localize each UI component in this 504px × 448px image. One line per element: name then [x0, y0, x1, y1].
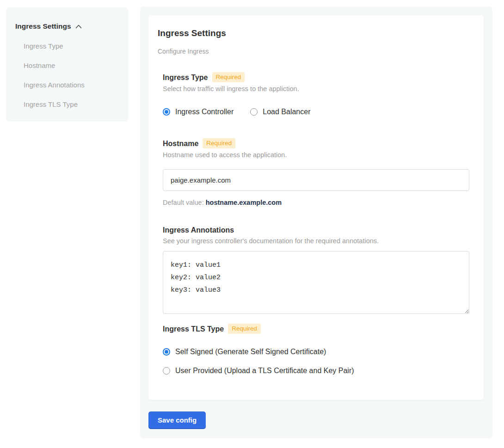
required-badge: Required — [228, 324, 261, 334]
sidebar-group-ingress-settings[interactable]: Ingress Settings — [15, 22, 119, 31]
field-ingress-type: Ingress Type Required Select how traffic… — [163, 72, 469, 116]
sidebar-item-ingress-annotations[interactable]: Ingress Annotations — [15, 81, 119, 89]
radio-label: Ingress Controller — [175, 108, 234, 116]
field-help-ingress-type: Select how traffic will ingress to the a… — [163, 85, 469, 93]
field-ingress-annotations: Ingress Annotations See your ingress con… — [163, 226, 469, 314]
radio-option-load-balancer[interactable]: Load Balancer — [250, 108, 310, 116]
default-value-label: Default value: — [163, 199, 206, 206]
sidebar-group-label: Ingress Settings — [15, 22, 71, 31]
config-card: Ingress Settings Configure Ingress Ingre… — [148, 15, 484, 400]
field-ingress-tls-type: Ingress TLS Type Required Self Signed (G… — [163, 324, 469, 375]
chevron-up-icon — [75, 25, 82, 29]
radio-label: Self Signed (Generate Self Signed Certif… — [175, 348, 326, 356]
radio-label: User Provided (Upload a TLS Certificate … — [175, 367, 354, 375]
field-label-ingress-type: Ingress Type — [163, 73, 208, 82]
radio-self-signed-icon[interactable] — [163, 348, 170, 356]
config-main-panel: Ingress Settings Configure Ingress Ingre… — [140, 6, 492, 438]
required-badge: Required — [212, 72, 245, 82]
field-label-ingress-tls-type: Ingress TLS Type — [163, 325, 224, 333]
page-title: Ingress Settings — [158, 28, 469, 38]
radio-label: Load Balancer — [263, 108, 310, 116]
page: Ingress Settings Ingress Type Hostname I… — [0, 0, 504, 448]
required-badge: Required — [203, 138, 235, 148]
radio-ingress-controller-icon[interactable] — [163, 108, 170, 116]
save-config-button[interactable]: Save config — [148, 411, 206, 429]
radio-user-provided-icon[interactable] — [163, 367, 170, 374]
default-value-text: hostname.example.com — [206, 199, 282, 206]
sidebar-item-ingress-tls-type[interactable]: Ingress TLS Type — [15, 100, 119, 108]
hostname-input[interactable] — [163, 169, 469, 191]
field-help-hostname: Hostname used to access the application. — [163, 151, 469, 159]
field-hostname: Hostname Required Hostname used to acces… — [163, 138, 469, 206]
field-label-hostname: Hostname — [163, 139, 198, 148]
hostname-default-row: Default value: hostname.example.com — [163, 199, 469, 206]
sidebar-item-ingress-type[interactable]: Ingress Type — [15, 42, 119, 50]
radio-load-balancer-icon[interactable] — [250, 108, 258, 116]
radio-option-ingress-controller[interactable]: Ingress Controller — [163, 108, 234, 116]
page-subtitle: Configure Ingress — [158, 48, 469, 55]
sidebar-item-hostname[interactable]: Hostname — [15, 61, 119, 69]
radio-option-user-provided[interactable]: User Provided (Upload a TLS Certificate … — [163, 367, 469, 375]
ingress-annotations-textarea[interactable]: key1: value1 key2: value2 key3: value3 — [163, 251, 469, 314]
config-sidebar: Ingress Settings Ingress Type Hostname I… — [6, 7, 129, 122]
field-help-ingress-annotations: See your ingress controller's documentat… — [163, 237, 469, 245]
radio-option-self-signed[interactable]: Self Signed (Generate Self Signed Certif… — [163, 348, 469, 356]
field-label-ingress-annotations: Ingress Annotations — [163, 226, 234, 234]
